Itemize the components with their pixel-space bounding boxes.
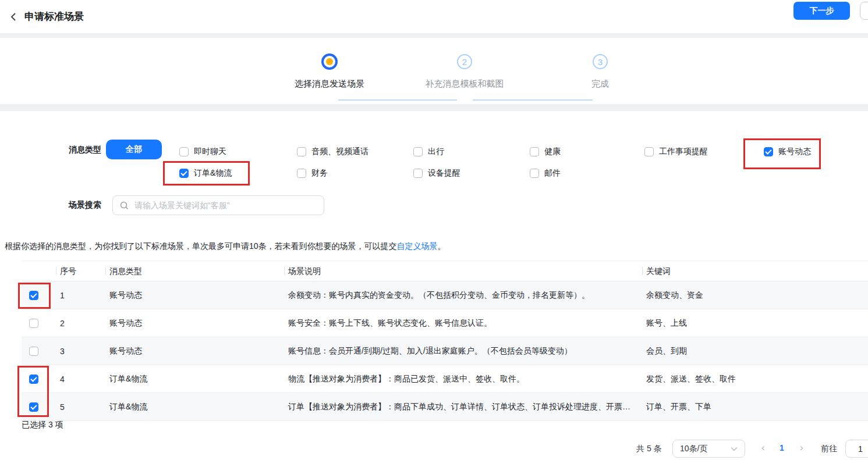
step-3-circle: 3 — [593, 54, 608, 69]
filter-option-finance[interactable]: 财务 — [297, 167, 328, 180]
step-active-dot-icon — [326, 58, 333, 65]
row-desc: 账号安全：账号上下线、账号状态变化、账号信息认证。 — [284, 318, 642, 329]
divider-band — [0, 33, 868, 38]
page-size-select[interactable]: 10条/页 — [672, 440, 745, 458]
checkbox[interactable] — [764, 147, 773, 156]
chevron-left-icon — [9, 12, 17, 22]
selected-summary: 已选择 3 项 — [22, 420, 63, 430]
table-header: 序号 消息类型 场景说明 关键词 — [22, 261, 868, 281]
header-checkbox-col — [22, 266, 56, 276]
row-checkbox[interactable] — [29, 402, 38, 412]
checkbox[interactable] — [530, 147, 539, 156]
row-checkbox[interactable] — [29, 291, 38, 300]
header-keywords: 关键词 — [642, 266, 868, 276]
row-desc: 余额变动：账号内真实的资金变动。（不包括积分变动、金币变动，排名更新等）。 — [284, 290, 642, 301]
step-1-label: 选择消息发送场景 — [265, 79, 394, 90]
prev-page-button[interactable]: ‹ — [761, 442, 765, 454]
table-row[interactable]: 1 账号动态 余额变动：账号内真实的资金变动。（不包括积分变动、金币变动，排名更… — [22, 281, 868, 309]
stepper-connector — [473, 99, 593, 101]
filter-option-instant-chat[interactable]: 即时聊天 — [179, 145, 226, 158]
row-number: 1 — [56, 291, 105, 300]
header-type: 消息类型 — [105, 266, 284, 276]
total-count: 共 5 条 — [636, 444, 662, 454]
row-number: 3 — [56, 347, 105, 356]
checkbox[interactable] — [644, 147, 654, 156]
checkbox[interactable] — [297, 169, 306, 178]
pagination: 共 5 条 10条/页 ‹ 1 › 前往 — [0, 438, 868, 459]
filter-option-order-logistics[interactable]: 订单&物流 — [179, 167, 232, 180]
row-keywords: 发货、派送、签收、取件 — [642, 374, 868, 384]
row-number: 2 — [56, 319, 105, 328]
filter-option-mail[interactable]: 邮件 — [530, 167, 561, 180]
current-page[interactable]: 1 — [780, 443, 784, 452]
page-title: 申请标准场景 — [24, 10, 84, 23]
checkbox[interactable] — [179, 169, 189, 178]
row-desc: 物流【推送对象为消费者】：商品已发货、派送中、签收、取件。 — [284, 374, 642, 384]
header-num: 序号 — [56, 266, 105, 276]
scene-search-input[interactable] — [133, 200, 317, 211]
main-panel: 消息类型 全部 即时聊天 订单&物流 音频、视频通话 财务 出行 设备提醒 健 — [0, 111, 868, 460]
row-type: 订单&物流 — [105, 402, 284, 412]
back-button[interactable] — [9, 12, 17, 22]
header-desc: 场景说明 — [284, 266, 642, 276]
filter-option-device-reminder[interactable]: 设备提醒 — [413, 167, 460, 180]
search-icon — [120, 201, 129, 210]
row-number: 5 — [56, 402, 105, 412]
table-row[interactable]: 4 订单&物流 物流【推送对象为消费者】：商品已发货、派送中、签收、取件。 发货… — [22, 365, 868, 393]
checkbox[interactable] — [530, 169, 539, 178]
top-bar: 申请标准场景 下一步 — [0, 0, 868, 33]
divider-band — [0, 104, 868, 111]
step-3-label: 完成 — [536, 79, 664, 90]
row-checkbox[interactable] — [29, 319, 38, 328]
next-page-button[interactable]: › — [800, 442, 803, 454]
row-keywords: 账号、上线 — [642, 318, 868, 329]
scene-table: 序号 消息类型 场景说明 关键词 1 账号动态 余额变动：账号内真实的资金变动。… — [22, 261, 868, 421]
custom-scene-link[interactable]: 自定义场景 — [397, 241, 438, 251]
filter-option-work-reminder[interactable]: 工作事项提醒 — [644, 145, 708, 158]
page: 申请标准场景 下一步 2 3 选择消息发送场景 补充消息模板和截图 完成 消息类… — [0, 0, 868, 460]
message-type-label: 消息类型 — [69, 145, 101, 155]
filter-option-account-activity[interactable]: 账号动态 — [764, 145, 811, 158]
filter-option-health[interactable]: 健康 — [530, 145, 561, 158]
row-number: 4 — [56, 375, 105, 384]
result-note: 根据你选择的消息类型，为你找到了以下标准场景，单次最多可申请10条，若未看到你想… — [5, 241, 446, 252]
row-type: 账号动态 — [105, 346, 284, 356]
goto-label: 前往 — [821, 444, 837, 454]
filter-option-audio-video-call[interactable]: 音频、视频通话 — [297, 145, 369, 158]
stepper-connector — [338, 99, 457, 101]
row-keywords: 会员、到期 — [642, 346, 868, 356]
row-checkbox[interactable] — [29, 347, 38, 356]
row-keywords: 余额变动、资金 — [642, 290, 868, 301]
table-row[interactable]: 5 订单&物流 订单【推送对象为消费者】：商品下单成功、订单详情、订单状态、订单… — [22, 393, 868, 421]
next-step-button[interactable]: 下一步 — [793, 2, 850, 20]
row-desc: 账号信息：会员开通/到期/过期、加入/退出家庭账户。（不包括会员等级变动） — [284, 346, 642, 356]
chevron-down-icon — [731, 447, 738, 451]
stepper: 2 3 选择消息发送场景 补充消息模板和截图 完成 — [0, 38, 868, 104]
filter-option-travel[interactable]: 出行 — [413, 145, 444, 158]
checkbox[interactable] — [179, 147, 189, 156]
checkbox[interactable] — [413, 147, 423, 156]
row-desc: 订单【推送对象为消费者】：商品下单成功、订单详情、订单状态、订单投诉处理进度、开… — [284, 402, 642, 412]
scene-search-label: 场景搜索 — [69, 200, 101, 211]
goto-page-input[interactable] — [845, 440, 868, 458]
scene-search-box[interactable] — [112, 195, 324, 215]
row-type: 订单&物流 — [105, 374, 284, 384]
row-type: 账号动态 — [105, 318, 284, 329]
step-2-label: 补充消息模板和截图 — [401, 79, 529, 90]
row-checkbox[interactable] — [29, 375, 38, 384]
step-2-circle: 2 — [457, 54, 472, 69]
table-row[interactable]: 3 账号动态 账号信息：会员开通/到期/过期、加入/退出家庭账户。（不包括会员等… — [22, 337, 868, 365]
table-row[interactable]: 2 账号动态 账号安全：账号上下线、账号状态变化、账号信息认证。 账号、上线 — [22, 309, 868, 337]
all-filter-button[interactable]: 全部 — [106, 140, 162, 159]
row-keywords: 订单、开票、下单 — [642, 402, 868, 412]
checkbox[interactable] — [297, 147, 306, 156]
partial-cutoff-button[interactable] — [860, 2, 868, 20]
checkbox[interactable] — [413, 169, 423, 178]
step-1-circle — [321, 54, 338, 70]
row-type: 账号动态 — [105, 290, 284, 301]
